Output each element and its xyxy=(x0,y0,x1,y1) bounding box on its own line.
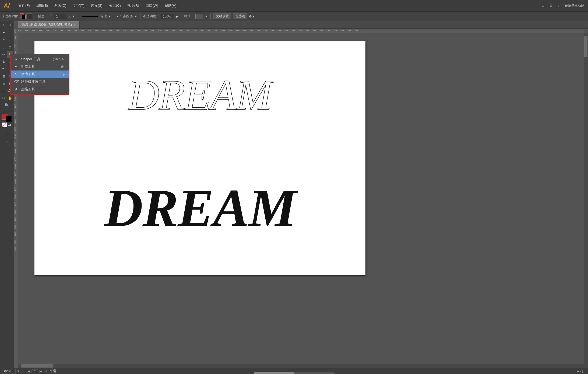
doc-settings-btn[interactable]: 文档设置 xyxy=(213,13,231,19)
brush-dot-icon: ● xyxy=(117,15,119,18)
menu-file[interactable]: 文件(F) xyxy=(16,2,33,9)
scissors-tool[interactable]: ✂ xyxy=(1,94,7,101)
menu-help[interactable]: 帮助(H) xyxy=(162,2,179,9)
next-page-btn[interactable]: ▶ xyxy=(39,369,43,373)
lasso-tool[interactable]: ⌒ xyxy=(7,29,13,36)
warp-tool[interactable]: 〜 xyxy=(1,65,7,72)
smooth-icon: 〜 xyxy=(14,72,18,77)
menu-window[interactable]: 窗口(W) xyxy=(143,2,161,9)
eyedropper-tool[interactable]: ⌾ xyxy=(1,80,7,87)
pen-icon: ✒ xyxy=(14,65,18,69)
zoom-input[interactable] xyxy=(2,369,16,373)
menu-bar: Ai 文件(F) 编辑(E) 对象(O) 文字(T) 选择(S) 效果(C) 视… xyxy=(0,0,588,12)
stroke-preview xyxy=(82,16,98,17)
hand-tool[interactable]: ✋ xyxy=(7,94,13,101)
scrollbar-h-thumb[interactable] xyxy=(21,364,53,368)
artboard: DREAM DREAM xyxy=(34,41,365,275)
page-input[interactable] xyxy=(31,369,38,373)
color-swatch-area: ⇌ xyxy=(2,114,12,127)
select-tool-group: ↖ ↗ xyxy=(1,22,13,29)
scrollbar-horizontal[interactable] xyxy=(18,364,584,368)
workspace-icon[interactable]: ⊞ xyxy=(548,3,554,8)
menu-object[interactable]: 对象(O) xyxy=(52,2,69,9)
menu-effect[interactable]: 效果(C) xyxy=(106,2,124,9)
ruler-numbers: 4204404604805005205405605806006206406606… xyxy=(18,29,584,33)
line-group: / □ xyxy=(1,44,13,51)
stroke-width-input[interactable] xyxy=(54,14,66,19)
join-label: 连接工具 xyxy=(21,87,35,92)
sep4 xyxy=(140,13,140,19)
shaper-label: Shaper 工具 xyxy=(21,57,40,62)
submenu-pen-tool[interactable]: ✒ 铅笔工具 (N) xyxy=(11,63,69,70)
stroke-icon: ⌒ xyxy=(49,14,52,19)
style-swatch[interactable] xyxy=(195,14,203,19)
magic-wand-tool[interactable]: ✦ xyxy=(1,29,7,36)
pen-shortcut: (N) xyxy=(61,65,66,69)
scrollbar-vertical[interactable] xyxy=(584,33,588,368)
shaper-shortcut: (Shift+N) xyxy=(53,57,66,61)
opacity-expand[interactable]: ▶ xyxy=(176,15,178,18)
pen-tool[interactable]: ✒ xyxy=(1,36,7,43)
submenu-path-eraser-tool[interactable]: ⌫ 路径橡皮擦工具 xyxy=(11,78,69,86)
scrollbar-v-thumb[interactable] xyxy=(584,36,587,57)
ruler-horizontal: 4204404604805005205405605806006206406606… xyxy=(18,29,584,33)
stroke-color-btn[interactable] xyxy=(26,13,32,19)
smooth-arrow: ▶ xyxy=(63,72,66,76)
zoom-dropdown[interactable]: ▼ xyxy=(17,369,20,373)
lasso-group: ✦ ⌒ xyxy=(1,29,13,36)
select-tool[interactable]: ↖ xyxy=(1,22,7,29)
type-tool[interactable]: T xyxy=(7,36,13,43)
first-page-btn[interactable]: ⊢ xyxy=(22,369,26,373)
brush-dropdown[interactable]: ▼ xyxy=(134,15,138,18)
shape-builder-tool[interactable]: ⊕ xyxy=(1,73,7,80)
path-eraser-label: 路径橡皮擦工具 xyxy=(21,79,45,84)
selection-label: 未选择对象 xyxy=(2,14,18,19)
last-page-btn[interactable]: ⊣ xyxy=(43,369,48,373)
rect-tool[interactable]: □ xyxy=(7,44,13,51)
preferences-btn[interactable]: 首选项 xyxy=(233,13,247,19)
rotate-tool[interactable]: ↻ xyxy=(1,58,7,65)
stroke-unit-dropdown[interactable]: ▼ xyxy=(72,15,75,18)
submenu-smooth-tool[interactable]: 〜 平滑工具 ▶ xyxy=(11,70,69,78)
sep1 xyxy=(35,13,35,19)
menu-select[interactable]: 选择(S) xyxy=(88,2,105,9)
submenu-shaper-tool[interactable]: ✦ Shaper 工具 (Shift+N) xyxy=(11,55,69,63)
stroke-type-dropdown[interactable]: ▼ xyxy=(108,15,111,18)
swap-colors-icon[interactable]: ⇌ xyxy=(8,122,12,127)
stroke-type-label: 等比 xyxy=(100,14,107,19)
pen-group: ✒ T xyxy=(1,36,13,43)
zoom-tool[interactable]: 🔍 xyxy=(1,102,13,109)
stroke-color-swatch[interactable] xyxy=(6,116,12,122)
preferences-icon[interactable]: ⚙▼ xyxy=(249,15,255,18)
tab-close-btn[interactable]: × xyxy=(74,23,76,27)
tab-title: 教程.ai* @ 200% (RGB/GPU 预览) xyxy=(22,23,72,27)
status-play-btn[interactable]: ▶ xyxy=(577,369,579,373)
progress-bar xyxy=(254,372,335,374)
line-tool[interactable]: / xyxy=(1,44,7,51)
path-eraser-icon: ⌫ xyxy=(14,80,18,84)
style-dropdown[interactable]: ▼ xyxy=(205,15,208,18)
status-nav-right[interactable]: ◁ xyxy=(580,369,583,373)
stroke-pt-label: pt xyxy=(68,15,71,18)
none-swatch[interactable] xyxy=(2,122,7,127)
opacity-input[interactable] xyxy=(161,14,174,19)
tab-document[interactable]: 教程.ai* @ 200% (RGB/GPU 预览) × xyxy=(18,21,80,29)
menu-view[interactable]: 视图(R) xyxy=(125,2,142,9)
prev-page-btn[interactable]: ◀ xyxy=(27,369,31,373)
submenu-join-tool[interactable]: ✗ 连接工具 xyxy=(11,86,69,93)
search-icon[interactable]: ⌕ xyxy=(556,3,561,8)
slice-tool[interactable]: ⊞ xyxy=(1,87,7,94)
stroke-label: 描边： xyxy=(38,14,48,19)
screen-mode-btn[interactable]: ▭ xyxy=(1,137,13,144)
menu-edit[interactable]: 编辑(E) xyxy=(34,2,51,9)
fill-mode-btn[interactable]: □ xyxy=(1,130,13,137)
page-nav: ⊢ ◀ ▶ ⊣ xyxy=(22,369,48,373)
direct-select-tool[interactable]: ↗ xyxy=(7,22,13,29)
canvas-area: DREAM DREAM xyxy=(18,33,584,368)
screen-mode-icon[interactable]: □ xyxy=(541,3,546,8)
brush-tool[interactable]: ✏ xyxy=(1,51,7,58)
join-icon: ✗ xyxy=(14,87,18,91)
menu-text[interactable]: 文字(T) xyxy=(70,2,87,9)
current-tool-label: 平滑 xyxy=(50,369,56,373)
sep6 xyxy=(210,13,211,19)
